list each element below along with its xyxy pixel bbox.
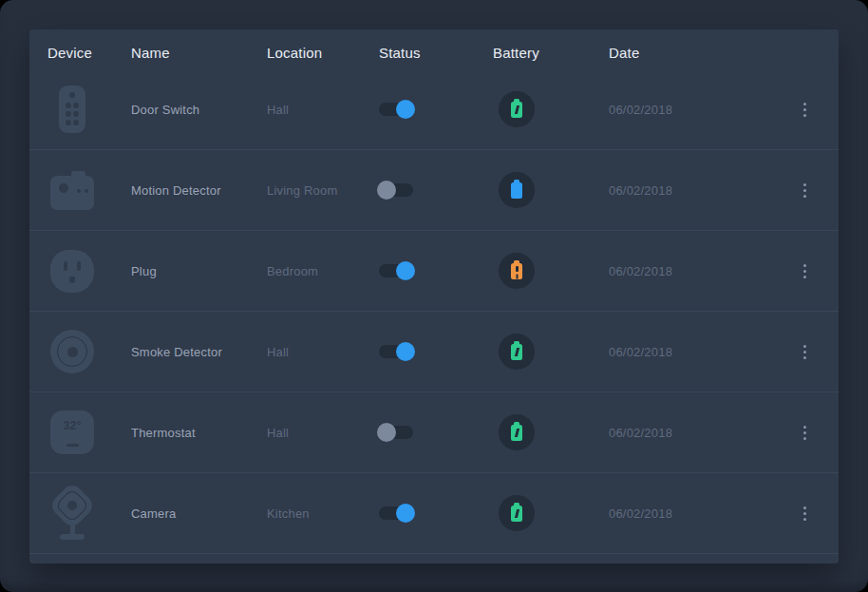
kebab-menu-icon[interactable]: [799, 502, 811, 525]
kebab-menu-icon[interactable]: [799, 421, 811, 445]
kebab-menu-icon[interactable]: [799, 179, 811, 202]
smoke-detector-icon: [50, 330, 94, 373]
toggle-knob: [377, 423, 396, 442]
device-date: 06/02/2018: [609, 103, 788, 117]
menu-cell: [788, 179, 821, 202]
column-header-name: Name: [131, 45, 267, 61]
device-location: Kitchen: [267, 506, 379, 521]
device-name: Door Switch: [131, 103, 267, 117]
battery-glyph: [516, 266, 519, 272]
battery-glyph: [515, 348, 519, 356]
toggle-knob: [396, 100, 415, 119]
app-window: DeviceNameLocationStatusBatteryDate Door…: [0, 0, 868, 592]
status-cell: [379, 345, 493, 358]
table-row-door-switch: Door Switch Hall 06/02/2018: [29, 69, 839, 150]
table-row-smoke-detector: Smoke Detector Hall 06/02/2018: [29, 312, 839, 392]
table-body: Door Switch Hall 06/02/2018 Motion Detec…: [29, 69, 839, 554]
battery-cell: [493, 495, 609, 531]
battery-icon: [511, 102, 522, 118]
battery-glyph: [515, 429, 519, 437]
toggle-knob: [377, 181, 396, 200]
menu-cell: [788, 98, 821, 122]
kebab-menu-icon[interactable]: [799, 340, 811, 364]
menu-cell: [788, 340, 821, 364]
status-toggle-on[interactable]: [379, 103, 413, 116]
device-cell: 32°: [47, 411, 131, 454]
status-toggle-off[interactable]: [379, 183, 413, 197]
status-toggle-on[interactable]: [379, 264, 413, 277]
battery-cell: [493, 253, 609, 289]
motion-detector-icon: [50, 176, 94, 210]
battery-cell: [493, 172, 609, 208]
device-location: Hall: [267, 426, 379, 440]
device-location: Bedroom: [267, 264, 379, 278]
thermostat-icon: 32°: [50, 411, 94, 454]
battery-indicator-charging: [499, 495, 535, 531]
status-cell: [379, 264, 493, 277]
toggle-knob: [396, 504, 415, 523]
table-row-thermostat: 32° Thermostat Hall 06/02/2018: [29, 392, 839, 473]
device-date: 06/02/2018: [609, 345, 788, 359]
camera-head: [48, 482, 97, 530]
battery-icon: [511, 182, 522, 199]
device-date: 06/02/2018: [609, 264, 788, 278]
toggle-knob: [396, 342, 415, 361]
device-name: Plug: [131, 264, 267, 278]
status-cell: [379, 506, 493, 520]
table-row-camera: Camera Kitchen 06/02/2018: [29, 473, 839, 554]
column-header-device: Device: [47, 45, 131, 61]
device-name: Camera: [131, 506, 267, 521]
table-row-motion-detector: Motion Detector Living Room 06/02/2018: [29, 150, 839, 231]
menu-cell: [788, 502, 821, 525]
kebab-menu-icon[interactable]: [799, 98, 811, 122]
battery-icon: [511, 425, 522, 441]
status-toggle-on[interactable]: [379, 506, 413, 520]
status-toggle-on[interactable]: [379, 345, 413, 358]
device-date: 06/02/2018: [609, 183, 788, 198]
battery-icon: [511, 506, 522, 522]
battery-indicator-charging: [499, 334, 535, 370]
battery-indicator-full: [499, 172, 535, 208]
thermostat-temp-label: 32°: [63, 419, 81, 454]
status-cell: [379, 103, 493, 116]
device-name: Thermostat: [131, 426, 267, 440]
remote-control-icon: [59, 86, 85, 133]
battery-indicator-low: [499, 253, 535, 289]
device-name: Smoke Detector: [131, 345, 267, 359]
kebab-menu-icon[interactable]: [799, 259, 811, 283]
device-date: 06/02/2018: [609, 506, 788, 521]
battery-cell: [493, 334, 609, 370]
device-cell: [47, 330, 131, 373]
device-cell: [47, 250, 131, 293]
status-toggle-off[interactable]: [379, 426, 413, 439]
device-location: Hall: [267, 345, 379, 359]
device-location: Living Room: [267, 183, 379, 198]
camera-icon: [50, 485, 94, 542]
device-cell: [47, 86, 131, 133]
status-cell: [379, 183, 493, 197]
column-header-date: Date: [609, 45, 788, 61]
device-date: 06/02/2018: [609, 426, 788, 440]
device-table-card: DeviceNameLocationStatusBatteryDate Door…: [29, 29, 839, 563]
toggle-knob: [396, 261, 415, 280]
column-header-location: Location: [267, 45, 379, 61]
table-header-row: DeviceNameLocationStatusBatteryDate: [29, 29, 839, 69]
battery-indicator-charging: [499, 91, 535, 127]
device-name: Motion Detector: [131, 183, 267, 198]
menu-cell: [788, 421, 821, 445]
column-header-status: Status: [379, 45, 493, 61]
device-cell: [47, 485, 131, 542]
battery-indicator-charging: [499, 414, 535, 450]
device-cell: [47, 170, 131, 210]
menu-cell: [788, 259, 821, 283]
column-header-battery: Battery: [493, 45, 609, 61]
battery-glyph: [515, 509, 519, 518]
device-location: Hall: [267, 103, 379, 117]
battery-cell: [493, 91, 609, 127]
battery-glyph: [515, 105, 519, 114]
battery-icon: [511, 344, 522, 360]
plug-outlet-icon: [50, 250, 94, 293]
table-row-plug: Plug Bedroom 06/02/2018: [29, 231, 839, 312]
battery-cell: [493, 414, 609, 450]
battery-icon: [511, 263, 522, 279]
